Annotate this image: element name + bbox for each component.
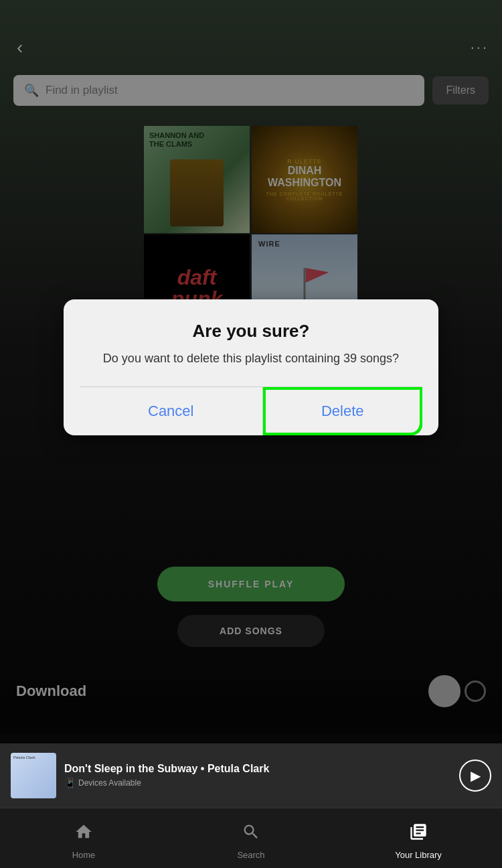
now-playing-info: Don't Sleep in the Subway • Petula Clark…: [64, 763, 451, 788]
nav-search-label: Search: [237, 850, 264, 860]
nav-search[interactable]: Search: [167, 817, 335, 860]
library-icon: [409, 822, 428, 846]
modal-card: Are you sure? Do you want to delete this…: [64, 299, 438, 435]
modal-body: Do you want to delete this playlist cont…: [80, 350, 422, 368]
nav-home-label: Home: [72, 850, 96, 860]
nav-library-label: Your Library: [395, 850, 442, 860]
now-playing-play-button[interactable]: ▶: [459, 760, 491, 792]
modal-cancel-button[interactable]: Cancel: [80, 387, 262, 435]
home-icon: [74, 822, 93, 846]
nav-library[interactable]: Your Library: [335, 817, 502, 860]
now-playing-devices: 📱 Devices Available: [64, 778, 451, 788]
now-playing-bar: Petula Clark Don't Sleep in the Subway •…: [0, 743, 502, 808]
modal-title: Are you sure?: [80, 321, 422, 342]
modal-overlay: Are you sure? Do you want to delete this…: [0, 0, 502, 734]
modal-delete-button[interactable]: Delete: [265, 389, 421, 433]
modal-actions: Cancel Delete: [80, 386, 422, 435]
bottom-nav: Home Search Your Library: [0, 808, 502, 868]
nav-home[interactable]: Home: [0, 817, 167, 860]
search-nav-icon: [242, 822, 260, 846]
now-playing-title: Don't Sleep in the Subway • Petula Clark: [64, 763, 451, 775]
modal-delete-wrap: Delete: [263, 387, 423, 435]
now-playing-album-art: Petula Clark: [11, 753, 56, 798]
